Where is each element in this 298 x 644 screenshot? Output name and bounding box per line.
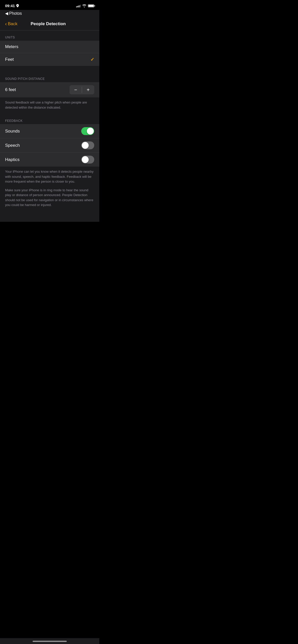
feet-checkmark-icon: ✓ (90, 57, 94, 62)
photos-back-button[interactable]: ◀ Photos (5, 11, 22, 16)
meters-option[interactable]: Meters (0, 41, 99, 53)
footer-paragraph-2: Make sure your iPhone is in ring mode to… (5, 188, 94, 208)
photos-back-chevron: ◀ (5, 11, 8, 16)
feet-label: Feet (5, 57, 14, 62)
decrement-icon: − (74, 87, 77, 93)
sounds-toggle-thumb (87, 128, 94, 135)
speech-row: Speech (0, 138, 99, 153)
signal-icon (76, 4, 81, 7)
stepper-control: − + (70, 85, 94, 94)
sounds-toggle[interactable] (81, 127, 94, 135)
speech-toggle-thumb (82, 142, 89, 149)
distance-row: 6 feet − + (0, 82, 99, 97)
units-list: Meters Feet ✓ (0, 41, 99, 66)
photos-back-bar: ◀ Photos (0, 10, 99, 18)
footer-text: Your iPhone can let you know when it det… (0, 167, 99, 212)
content-area: UNITS Meters Feet ✓ SOUND PITCH DISTANCE… (0, 31, 99, 222)
sound-pitch-description: Sound feedback will use a higher pitch w… (0, 97, 99, 114)
status-indicators (76, 4, 94, 7)
status-time-area: 09:41 (5, 4, 19, 8)
units-section-header: UNITS (0, 31, 99, 41)
increment-icon: + (87, 87, 90, 93)
wifi-icon (82, 4, 86, 7)
footer-paragraph-1: Your iPhone can let you know when it det… (5, 169, 94, 184)
nav-bar: ‹ Back People Detection (0, 18, 99, 31)
photos-back-label: Photos (9, 11, 22, 16)
sounds-label: Sounds (5, 129, 20, 134)
sound-pitch-description-text: Sound feedback will use a higher pitch w… (5, 100, 87, 109)
meters-label: Meters (5, 44, 18, 49)
back-label: Back (8, 21, 18, 26)
haptics-row: Haptics (0, 153, 99, 167)
feedback-list: Sounds Speech Haptics (0, 124, 99, 167)
time-display: 09:41 (5, 4, 15, 8)
sounds-row: Sounds (0, 124, 99, 138)
increment-button[interactable]: + (82, 85, 94, 94)
page-title: People Detection (17, 21, 79, 26)
distance-value: 6 feet (5, 87, 16, 92)
haptics-label: Haptics (5, 157, 20, 162)
haptics-toggle[interactable] (81, 156, 94, 164)
speech-toggle[interactable] (81, 141, 94, 149)
back-button[interactable]: ‹ Back (5, 21, 17, 27)
decrement-button[interactable]: − (70, 85, 82, 94)
back-chevron-icon: ‹ (5, 21, 7, 27)
battery-icon (88, 4, 94, 7)
gap-1 (0, 66, 99, 72)
speech-label: Speech (5, 143, 20, 148)
location-icon (16, 4, 19, 7)
sound-pitch-group: 6 feet − + (0, 82, 99, 97)
haptics-toggle-thumb (82, 156, 89, 163)
feedback-section-header: FEEDBACK (0, 114, 99, 124)
feet-option[interactable]: Feet ✓ (0, 53, 99, 66)
sound-pitch-section-header: SOUND PITCH DISTANCE (0, 72, 99, 82)
status-bar: 09:41 (0, 0, 99, 10)
